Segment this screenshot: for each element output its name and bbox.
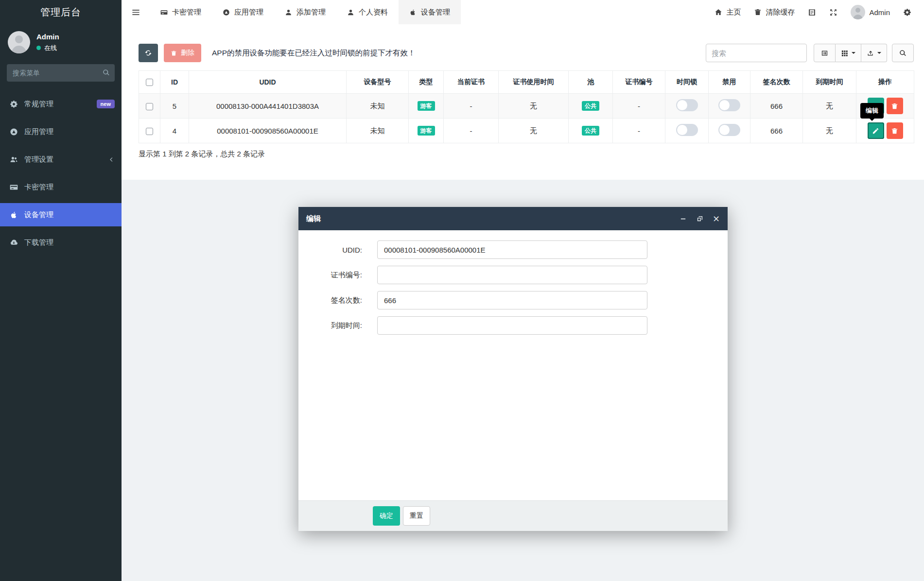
type-badge: 游客	[418, 126, 435, 136]
refresh-button[interactable]	[139, 44, 158, 62]
tab-profile[interactable]: 个人资料	[336, 0, 399, 24]
delete-row-button[interactable]	[887, 98, 903, 114]
apple-icon	[409, 9, 417, 16]
user-name: Admin	[36, 33, 59, 41]
form-row-sign-count: 签名次数:	[298, 291, 728, 309]
timelock-toggle[interactable]	[676, 124, 698, 136]
cell-cert-time: 无	[499, 94, 569, 119]
settings-button[interactable]	[903, 8, 911, 17]
clear-cache-link[interactable]: 清除缓存	[754, 8, 795, 17]
gears-icon	[903, 8, 911, 17]
tab-card-keys[interactable]: 卡密管理	[150, 0, 212, 24]
window-controls: ×	[680, 215, 720, 222]
maximize-button[interactable]	[696, 215, 703, 222]
sidebar-search-input[interactable]	[7, 64, 115, 82]
cell-sign-count: 666	[750, 94, 803, 119]
delete-label: 删除	[181, 49, 194, 57]
view-button-group	[814, 44, 887, 62]
column-header-type: 类型	[409, 71, 444, 94]
detail-view-icon	[821, 50, 828, 57]
close-button[interactable]: ×	[713, 215, 720, 222]
maximize-icon	[697, 216, 703, 222]
sidebar-item-general[interactable]: 常规管理 new	[0, 92, 122, 116]
user-icon	[347, 9, 354, 16]
cell-expire: 无	[803, 94, 856, 119]
detail-view-button[interactable]	[814, 44, 836, 62]
modal-footer: 确定 重置	[298, 500, 728, 531]
minimize-icon	[680, 216, 686, 222]
udid-field[interactable]	[377, 240, 647, 259]
column-header-id: ID	[160, 71, 189, 94]
edit-button[interactable]	[868, 122, 884, 139]
home-label: 主页	[726, 8, 741, 17]
user-menu[interactable]: Admin	[851, 5, 890, 19]
language-icon	[808, 8, 816, 17]
tab-label: 应用管理	[234, 8, 263, 17]
fullscreen-button[interactable]	[829, 8, 837, 17]
cell-id: 4	[160, 119, 189, 143]
user-panel: Admin 在线	[0, 24, 122, 61]
caret-down-icon	[877, 52, 881, 56]
app-title: 管理后台	[0, 0, 122, 24]
minimize-button[interactable]	[680, 215, 687, 222]
apple-icon	[10, 211, 18, 219]
columns-dropdown-button[interactable]	[836, 44, 861, 62]
tab-devices[interactable]: 设备管理	[399, 0, 461, 24]
table-search	[706, 44, 807, 62]
columns-grid-icon	[841, 50, 848, 57]
expire-time-field[interactable]	[377, 316, 647, 335]
edit-modal: 编辑 × UDID: 证书编号: 签名次数: 到期时间: 确	[298, 207, 728, 531]
sidebar-item-card-keys[interactable]: 卡密管理	[0, 175, 122, 199]
app-circle-icon	[223, 9, 230, 16]
row-checkbox[interactable]	[146, 103, 153, 110]
cert-no-field[interactable]	[377, 266, 647, 284]
disable-toggle[interactable]	[718, 124, 740, 136]
sign-count-field[interactable]	[377, 291, 647, 309]
delete-row-button[interactable]	[887, 122, 903, 139]
cell-model: 未知	[347, 94, 409, 119]
tab-add-admin[interactable]: 添加管理	[274, 0, 336, 24]
trash-icon	[891, 103, 898, 110]
form-row-expire-time: 到期时间:	[298, 316, 728, 335]
main-content: 删除 APP的禁用设备功能要在已经注入过时间锁的前提下才有效！	[122, 24, 924, 180]
column-header-udid: UDID	[189, 71, 347, 94]
column-header-cert-no: 证书编号	[613, 71, 665, 94]
sidebar-item-admin-settings[interactable]: 管理设置	[0, 148, 122, 171]
disable-toggle[interactable]	[718, 99, 740, 111]
reset-button[interactable]: 重置	[403, 506, 430, 526]
sidebar-item-apps[interactable]: 应用管理	[0, 120, 122, 143]
column-header-sign-count: 签名次数	[750, 71, 803, 94]
cell-cert-no: -	[613, 94, 665, 119]
delete-button[interactable]: 删除	[164, 44, 201, 62]
trash-icon	[754, 8, 762, 16]
user-status-label: 在线	[44, 44, 57, 52]
export-dropdown-button[interactable]	[861, 44, 887, 62]
row-checkbox[interactable]	[146, 128, 153, 135]
pencil-icon	[872, 127, 879, 135]
column-header-model: 设备型号	[347, 71, 409, 94]
expire-time-label: 到期时间:	[298, 321, 362, 330]
timelock-toggle[interactable]	[676, 99, 698, 111]
user-avatar	[851, 5, 865, 19]
select-all-checkbox[interactable]	[146, 79, 153, 86]
app-circle-icon	[10, 128, 18, 136]
sidebar-item-downloads[interactable]: 下载管理	[0, 231, 122, 254]
sidebar-item-devices[interactable]: 设备管理	[0, 203, 122, 226]
trash-icon	[171, 50, 177, 56]
table-search-input[interactable]	[706, 44, 807, 62]
language-button[interactable]	[808, 8, 816, 17]
cert-no-label: 证书编号:	[298, 271, 362, 280]
form-row-udid: UDID:	[298, 240, 728, 259]
clear-cache-label: 清除缓存	[766, 8, 795, 17]
tab-apps[interactable]: 应用管理	[212, 0, 274, 24]
new-badge: new	[97, 100, 115, 108]
user-status: 在线	[36, 44, 59, 52]
sidebar-item-label: 下载管理	[24, 238, 53, 247]
menu-toggle-button[interactable]	[122, 0, 150, 24]
column-header-expire: 到期时间	[803, 71, 856, 94]
modal-body: UDID: 证书编号: 签名次数: 到期时间:	[298, 230, 728, 500]
confirm-button[interactable]: 确定	[373, 506, 400, 526]
search-button[interactable]	[892, 44, 914, 62]
export-icon	[867, 50, 874, 57]
home-link[interactable]: 主页	[715, 8, 741, 17]
